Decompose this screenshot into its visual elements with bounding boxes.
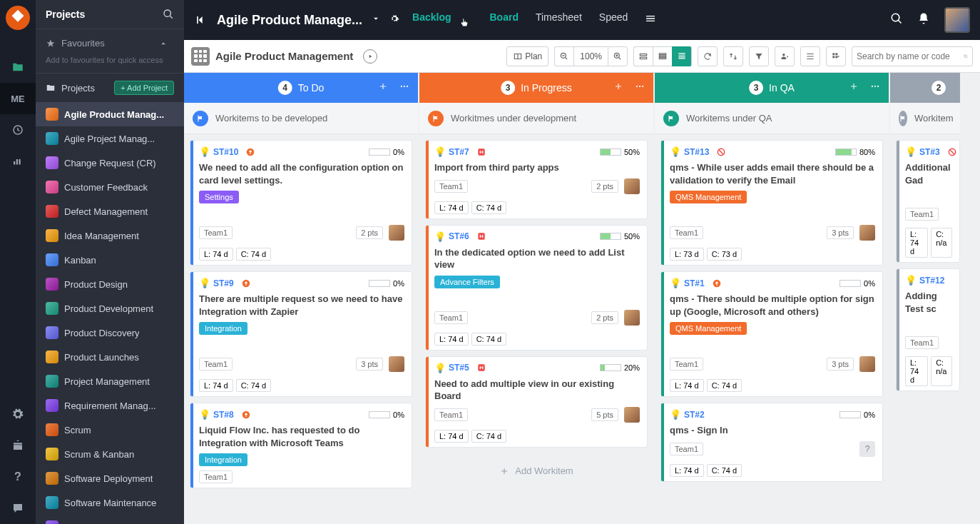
search-box[interactable] (852, 46, 973, 66)
gear-icon[interactable] (389, 14, 399, 26)
card-id[interactable]: ST#8 (213, 410, 234, 420)
sidebar-item[interactable]: Software Programmi... (36, 515, 184, 524)
rail-settings-icon[interactable] (0, 398, 36, 430)
tab-backlog[interactable]: Backlog (412, 11, 451, 29)
sidebar-item[interactable]: Software Deployment (36, 466, 184, 490)
rail-folder-icon[interactable] (0, 51, 36, 83)
card-id[interactable]: ST#12 (919, 276, 944, 286)
card-id[interactable]: ST#10 (213, 147, 238, 157)
sidebar-item[interactable]: Product Design (36, 272, 184, 296)
work-item-card[interactable]: 💡ST#10% qms - There should be multiple o… (660, 271, 883, 397)
add-icon[interactable] (849, 81, 859, 94)
assignee-avatar[interactable] (624, 178, 640, 194)
card-id[interactable]: ST#3 (919, 147, 940, 157)
menu-icon[interactable] (645, 13, 656, 27)
work-item-card[interactable]: 💡ST#3 Additional Gad Team1 L: 74 dC: n/a (896, 140, 960, 263)
grid-menu-icon[interactable] (191, 47, 210, 66)
favourites-toggle[interactable]: Favourites (46, 38, 174, 49)
tab-board[interactable]: Board (490, 11, 519, 29)
sidebar-item[interactable]: Customer Feedback (36, 175, 184, 199)
crumb-dropdown-icon[interactable] (371, 14, 381, 26)
sidebar-item[interactable]: Product Development (36, 296, 184, 321)
work-item-card[interactable]: 💡ST#90% There are multiple request so we… (190, 271, 412, 397)
assignee-avatar[interactable] (624, 407, 640, 423)
sidebar-item[interactable]: Defect Management (36, 199, 184, 223)
sidebar-item[interactable]: Agile Product Manag... (36, 102, 184, 126)
add-icon[interactable] (613, 81, 623, 94)
sidebar-item[interactable]: Agile Project Manag... (36, 126, 184, 151)
flag-icon (193, 111, 208, 126)
rail-me[interactable]: ME (0, 83, 36, 114)
add-icon[interactable] (378, 81, 388, 94)
work-item-card[interactable]: 💡ST#1380% qms - While user adds email th… (660, 140, 883, 266)
team-chip: Team1 (434, 408, 468, 421)
add-project-button[interactable]: + Add Project (114, 81, 174, 95)
filter-button[interactable] (749, 46, 769, 66)
card-id[interactable]: ST#6 (449, 231, 469, 241)
assignee-avatar[interactable] (389, 356, 404, 372)
sidebar-item[interactable]: Project Management (36, 369, 184, 393)
card-id[interactable]: ST#1 (684, 278, 705, 288)
search-input[interactable] (857, 51, 964, 61)
swap-button[interactable] (723, 46, 743, 66)
user-avatar[interactable] (944, 7, 970, 33)
card-id[interactable]: ST#2 (684, 410, 705, 420)
assignee-avatar[interactable] (859, 225, 875, 241)
rail-clock-icon[interactable] (0, 114, 36, 146)
rail-help-icon[interactable]: ? (0, 461, 36, 493)
work-item-card[interactable]: 💡ST#20% qms - Sign In Team1? L: 74 dC: 7… (660, 403, 883, 482)
assignee-avatar[interactable] (389, 225, 404, 241)
zoom-out-button[interactable] (554, 46, 573, 66)
unassigned-icon[interactable]: ? (859, 441, 875, 457)
topbar-search-icon[interactable] (890, 12, 903, 28)
card-id[interactable]: ST#5 (449, 363, 469, 373)
more-icon[interactable] (399, 81, 409, 94)
layout3-button[interactable] (672, 46, 692, 66)
card-id[interactable]: ST#13 (684, 147, 709, 157)
user-filter-button[interactable] (775, 46, 795, 66)
work-item-card[interactable]: 💡ST#80% Liquid Flow Inc. has requested t… (190, 403, 412, 488)
more-icon[interactable] (635, 81, 645, 94)
add-workitem-button[interactable]: Add Workitem (425, 456, 648, 486)
assignee-avatar[interactable] (859, 356, 875, 372)
refresh-button[interactable] (698, 46, 718, 66)
work-item-card[interactable]: 💡ST#100% We need to add all the configur… (190, 140, 412, 266)
sidebar-item[interactable]: Requirement Manag... (36, 393, 184, 418)
back-button[interactable] (194, 13, 208, 27)
sidebar-item[interactable]: Change Request (CR) (36, 151, 184, 175)
play-button[interactable] (363, 49, 377, 64)
more-icon[interactable] (870, 81, 880, 94)
sidebar-item[interactable]: Product Launches (36, 345, 184, 369)
rail-gift-icon[interactable] (0, 430, 36, 461)
zoom-in-button[interactable] (608, 46, 628, 66)
assignee-avatar[interactable] (624, 310, 640, 326)
favourites-section: Favourites Add to favourites for quick a… (36, 29, 184, 74)
sidebar-item[interactable]: Software Maintenance (36, 490, 184, 515)
work-item-card[interactable]: 💡ST#750% Import from third party apps Te… (425, 140, 648, 219)
column-count: 3 (501, 81, 515, 95)
app-logo[interactable] (6, 6, 30, 30)
layout2-button[interactable] (653, 46, 672, 66)
search-icon[interactable] (163, 9, 174, 20)
grid-dropdown-button[interactable] (826, 46, 846, 66)
work-item-card[interactable]: 💡ST#520% Need to add multiple view in ou… (425, 356, 648, 448)
tab-speed[interactable]: Speed (599, 11, 628, 29)
work-item-card[interactable]: 💡ST#12 Adding Test sc Team1 L: 74 dC: n/… (896, 268, 960, 391)
zoom-level[interactable]: 100% (573, 46, 608, 66)
sidebar-item[interactable]: Scrum (36, 418, 184, 442)
card-id[interactable]: ST#7 (449, 147, 469, 157)
sidebar-item[interactable]: Kanban (36, 248, 184, 272)
tab-timesheet[interactable]: Timesheet (536, 11, 582, 29)
list-icon-button[interactable] (800, 46, 820, 66)
rail-chart-icon[interactable] (0, 146, 36, 177)
sidebar-item[interactable]: Idea Management (36, 223, 184, 248)
sidebar-item[interactable]: Product Discovery (36, 321, 184, 345)
layout1-button[interactable] (633, 46, 653, 66)
sidebar-item[interactable]: Scrum & Kanban (36, 442, 184, 466)
notification-icon[interactable] (917, 12, 930, 28)
rail-chat-icon[interactable] (0, 493, 36, 524)
card-id[interactable]: ST#9 (213, 278, 234, 288)
svg-point-14 (404, 86, 405, 87)
work-item-card[interactable]: 💡ST#650% In the dedicated option we need… (425, 225, 648, 351)
plan-button[interactable]: Plan (506, 46, 548, 66)
